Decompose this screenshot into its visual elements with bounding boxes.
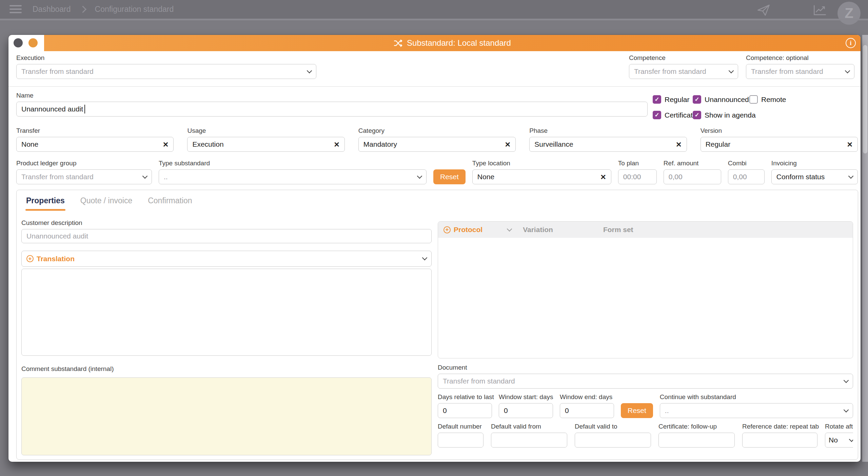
category-combobox[interactable]: Mandatory ✕ [358,137,516,152]
transfer-combobox[interactable]: None ✕ [16,137,174,152]
topbar-divider [0,19,868,20]
translation-expander[interactable]: Translation [21,251,432,267]
regular-checkbox[interactable]: Regular [653,95,690,104]
tab-properties[interactable]: Properties [26,196,65,211]
continue-with-substandard-label: Continue with substandard [660,393,853,401]
add-protocol-button[interactable]: Protocol [443,226,482,234]
reference-date-input[interactable] [742,433,817,448]
default-valid-to-label: Default valid to [575,423,651,430]
breadcrumb: Dashboard Configuration standard [33,0,174,19]
days-relative-input[interactable]: 0 [438,403,492,418]
dialog-title-text: Substandard: Local standard [407,38,511,48]
invoicing-select[interactable]: Conform status [771,169,858,184]
chart-icon[interactable] [813,4,827,17]
document-select[interactable]: Transfer from standard [438,374,853,389]
checkbox-icon[interactable] [693,111,701,119]
window-end-label: Window end: days [560,393,614,401]
product-ledger-group-select[interactable]: Transfer from standard [16,169,152,184]
column-variation: Variation [523,226,553,234]
plus-icon [443,226,451,233]
menu-icon[interactable] [9,5,22,13]
breadcrumb-dashboard[interactable]: Dashboard [33,5,71,14]
info-icon[interactable] [846,38,856,48]
translation-add[interactable]: Translation [26,255,75,263]
clear-icon[interactable]: ✕ [847,141,853,148]
row-execution: Execution Transfer from standard Compete… [16,54,854,85]
substandard-dialog: Substandard: Local standard Execution Tr… [8,35,861,462]
right-column: Protocol Variation Form set Document Tra… [438,216,853,455]
chevron-down-icon [142,173,148,179]
show-in-agenda-checkbox[interactable]: Show in agenda [693,111,756,119]
scrollbar[interactable] [862,35,868,462]
type-substandard-select[interactable]: .. [159,169,427,184]
description-textarea[interactable] [21,269,432,355]
chevron-down-icon [849,436,853,442]
ref-amount-label: Ref. amount [664,160,721,167]
invoicing-label: Invoicing [771,160,858,167]
document-label: Document [438,364,853,371]
continue-with-substandard-select[interactable]: .. [660,403,853,418]
screen: Dashboard Configuration standard Z Subst… [0,0,868,476]
tab-confirmation[interactable]: Confirmation [148,196,192,211]
window-gray-dot-icon[interactable] [14,38,23,47]
rotate-after-select[interactable]: No [825,433,853,448]
phase-combobox[interactable]: Surveillance ✕ [529,137,687,152]
certificate-follow-up-input[interactable] [658,433,735,448]
remote-checkbox[interactable]: Remote [749,95,786,104]
version-combobox[interactable]: Regular ✕ [701,137,858,152]
left-column: Customer description Unannounced audit T… [21,216,432,455]
text-caret [84,105,85,113]
breadcrumb-configuration-standard[interactable]: Configuration standard [95,5,174,14]
name-input[interactable]: Unannounced audit [16,102,648,117]
shuffle-icon [394,39,403,48]
avatar[interactable]: Z [837,2,861,25]
window-start-input[interactable]: 0 [499,403,553,418]
usage-combobox[interactable]: Execution ✕ [187,137,344,152]
chevron-down-icon [422,255,428,261]
properties-tab-content: Customer description Unannounced audit T… [21,216,853,455]
column-form-set: Form set [603,226,633,234]
row-name: Name Unannounced audit Regular Unannounc… [16,92,854,124]
default-valid-from-input[interactable] [491,433,567,448]
scrollbar-thumb[interactable] [863,45,867,153]
ref-amount-input[interactable]: 0,00 [664,169,721,184]
clear-icon[interactable]: ✕ [334,141,340,148]
execution-select[interactable]: Transfer from standard [16,64,316,79]
window-end-input[interactable]: 0 [560,403,614,418]
customer-description-input[interactable]: Unannounced audit [21,229,432,243]
name-label: Name [16,92,648,99]
clear-icon[interactable]: ✕ [163,141,169,148]
checkbox-icon[interactable] [653,95,661,104]
competence-label: Competence [629,54,738,62]
unannounced-checkbox[interactable]: Unannounced [693,95,749,104]
chevron-down-icon [848,173,854,179]
combi-input[interactable]: 0,00 [728,169,765,184]
clear-icon[interactable]: ✕ [505,141,511,148]
checkbox-icon[interactable] [693,95,701,104]
chevron-down-icon[interactable] [507,226,512,231]
default-valid-to-input[interactable] [575,433,651,448]
certificate-checkbox[interactable]: Certificate [653,111,697,119]
schedule-reset-button[interactable]: Reset [621,403,653,418]
checkbox-icon[interactable] [653,111,661,119]
competence-optional-select[interactable]: Transfer from standard [746,64,854,79]
send-icon[interactable] [757,4,770,17]
clear-icon[interactable]: ✕ [676,141,682,148]
dialog-title: Substandard: Local standard [394,38,511,48]
competence-select[interactable]: Transfer from standard [629,64,738,79]
checkbox-icon[interactable] [749,95,758,104]
tab-quote-invoice[interactable]: Quote / invoice [80,196,132,211]
default-number-input[interactable] [438,433,484,448]
days-relative-label: Days relative to last [438,393,492,401]
window-orange-dot-icon[interactable] [28,38,38,47]
chevron-down-icon [417,173,422,179]
combi-label: Combi [728,160,765,167]
type-location-combobox[interactable]: None ✕ [472,169,611,184]
category-label: Category [358,127,516,134]
reset-button[interactable]: Reset [433,169,466,184]
comment-substandard-textarea[interactable] [21,377,432,455]
app-topbar: Dashboard Configuration standard Z [0,0,868,19]
to-plan-input[interactable]: 00:00 [618,169,657,184]
chevron-down-icon [845,68,850,73]
clear-icon[interactable]: ✕ [600,173,606,181]
